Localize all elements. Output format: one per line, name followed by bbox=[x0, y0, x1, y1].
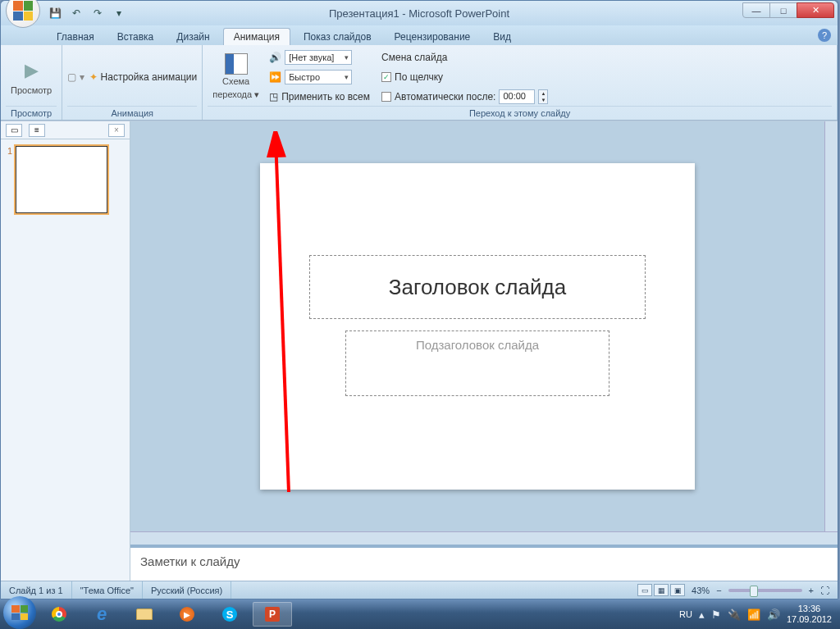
system-tray: RU ▴ ⚑ 🔌 📶 🔊 13:36 17.09.2012 bbox=[679, 604, 837, 625]
normal-view-icon[interactable]: ▭ bbox=[637, 584, 652, 596]
auto-after-checkbox[interactable] bbox=[381, 92, 391, 102]
status-slide-count: Слайд 1 из 1 bbox=[1, 581, 72, 599]
windows-logo-icon bbox=[11, 605, 28, 620]
taskbar: e ▶ S P RU ▴ ⚑ 🔌 📶 🔊 13:36 17.09.2012 bbox=[0, 599, 840, 629]
apply-to-all-button[interactable]: ◳ Применить ко всем bbox=[269, 88, 370, 106]
taskbar-powerpoint[interactable]: P bbox=[253, 602, 292, 627]
outline-tab-icon[interactable]: ≡ bbox=[29, 124, 45, 137]
sorter-view-icon[interactable]: ▦ bbox=[654, 584, 669, 596]
tab-review[interactable]: Рецензирование bbox=[385, 29, 481, 45]
slide-canvas-area[interactable]: Заголовок слайда Подзаголовок слайда bbox=[130, 121, 824, 531]
titlebar: 💾 ↶ ↷ ▾ Презентация1 - Microsoft PowerPo… bbox=[1, 1, 838, 25]
tray-time: 13:36 bbox=[787, 604, 832, 614]
maximize-button[interactable]: □ bbox=[769, 2, 797, 18]
notes-pane[interactable]: Заметки к слайду bbox=[130, 545, 838, 581]
scheme-label-1: Схема bbox=[222, 76, 249, 87]
window-controls: — □ ✕ bbox=[743, 2, 834, 18]
horizontal-scrollbar[interactable] bbox=[130, 531, 838, 545]
transition-sound-dropdown[interactable]: [Нет звука] bbox=[285, 50, 352, 65]
tab-home[interactable]: Главная bbox=[47, 29, 104, 45]
tab-insert[interactable]: Вставка bbox=[107, 29, 164, 45]
transition-options-col: 🔊 [Нет звука] ⏩ Быстро ◳ Применить ко вс… bbox=[269, 48, 370, 106]
on-click-label: По щелчку bbox=[395, 71, 443, 83]
title-placeholder[interactable]: Заголовок слайда bbox=[309, 255, 646, 319]
taskbar-skype[interactable]: S bbox=[210, 602, 249, 627]
apply-all-icon: ◳ bbox=[269, 91, 278, 103]
qat-customize-icon[interactable]: ▾ bbox=[111, 5, 127, 21]
tray-clock[interactable]: 13:36 17.09.2012 bbox=[787, 604, 832, 625]
status-theme: "Тема Office" bbox=[72, 581, 143, 599]
taskbar-explorer[interactable] bbox=[125, 602, 164, 627]
transition-scheme-button[interactable]: Схема перехода ▾ bbox=[208, 52, 264, 101]
zoom-slider[interactable] bbox=[728, 589, 802, 592]
thumbnail-preview bbox=[16, 146, 107, 213]
ribbon-tabs: Главная Вставка Дизайн Анимация Показ сл… bbox=[1, 25, 838, 45]
on-click-checkbox[interactable]: ✓ bbox=[381, 72, 391, 82]
vertical-scrollbar[interactable] bbox=[824, 121, 838, 531]
taskbar-chrome[interactable] bbox=[39, 602, 79, 627]
preview-label: Просмотр bbox=[11, 85, 52, 96]
ribbon: ▶ Просмотр Просмотр ▢ ▾ ✦ Настройка аним… bbox=[1, 45, 838, 121]
preview-icon: ▶ bbox=[18, 57, 44, 84]
tray-network-icon[interactable]: 📶 bbox=[747, 608, 760, 621]
thumbnail-pane: ▭ ≡ × 1 bbox=[1, 121, 130, 581]
tab-slideshow[interactable]: Показ слайдов bbox=[294, 29, 381, 45]
view-buttons: ▭ ▦ ▣ bbox=[637, 584, 685, 596]
advance-slide-col: Смена слайда ✓ По щелчку Автоматически п… bbox=[381, 48, 548, 106]
apply-all-label: Применить ко всем bbox=[281, 91, 370, 103]
save-icon[interactable]: 💾 bbox=[47, 5, 63, 21]
taskbar-mediaplayer[interactable]: ▶ bbox=[167, 602, 207, 627]
close-button[interactable]: ✕ bbox=[797, 2, 834, 18]
taskbar-ie[interactable]: e bbox=[82, 602, 121, 627]
tray-expand-icon[interactable]: ▴ bbox=[699, 608, 705, 621]
office-logo-icon bbox=[13, 1, 33, 21]
thumbnail-list: 1 bbox=[1, 139, 130, 220]
auto-after-time[interactable]: 00:00 bbox=[499, 89, 535, 104]
custom-animation-button[interactable]: ✦ Настройка анимации bbox=[89, 68, 198, 86]
fit-window-icon[interactable]: ⛶ bbox=[820, 586, 829, 595]
app-window: 💾 ↶ ↷ ▾ Презентация1 - Microsoft PowerPo… bbox=[0, 0, 838, 599]
auto-after-label: Автоматически после: bbox=[395, 91, 495, 103]
advance-slide-header: Смена слайда bbox=[381, 48, 548, 66]
workspace: ▭ ≡ × 1 Заголовок слайда Подзаголовок сл… bbox=[1, 121, 838, 581]
slide-editor: Заголовок слайда Подзаголовок слайда Зам… bbox=[130, 121, 838, 581]
slides-tab-icon[interactable]: ▭ bbox=[6, 124, 22, 137]
slide: Заголовок слайда Подзаголовок слайда bbox=[260, 163, 695, 490]
tray-flag-icon[interactable]: ⚑ bbox=[711, 608, 721, 621]
group-transition: Схема перехода ▾ 🔊 [Нет звука] ⏩ Быстро … bbox=[203, 45, 838, 120]
tab-animation[interactable]: Анимация bbox=[223, 28, 290, 45]
thumbnail-item[interactable]: 1 bbox=[7, 146, 123, 213]
time-spinner[interactable]: ▲▼ bbox=[538, 89, 548, 104]
transition-speed-dropdown[interactable]: Быстро bbox=[285, 70, 352, 84]
start-button[interactable] bbox=[3, 596, 36, 629]
tray-volume-icon[interactable]: 🔊 bbox=[767, 608, 780, 621]
animate-dropdown[interactable]: ▢ ▾ bbox=[67, 68, 84, 86]
thumbnail-close-button[interactable]: × bbox=[108, 124, 125, 137]
group-preview-label: Просмотр bbox=[6, 106, 57, 120]
zoom-percent[interactable]: 43% bbox=[692, 586, 710, 595]
tray-power-icon[interactable]: 🔌 bbox=[728, 608, 741, 621]
status-bar: Слайд 1 из 1 "Тема Office" Русский (Росс… bbox=[1, 581, 838, 599]
tab-view[interactable]: Вид bbox=[483, 29, 521, 45]
scheme-label-2: перехода ▾ bbox=[212, 89, 259, 100]
speed-icon: ⏩ bbox=[269, 71, 281, 83]
subtitle-placeholder[interactable]: Подзаголовок слайда bbox=[345, 330, 609, 396]
minimize-button[interactable]: — bbox=[742, 2, 770, 18]
undo-icon[interactable]: ↶ bbox=[68, 5, 84, 21]
zoom-in-button[interactable]: + bbox=[809, 586, 814, 595]
office-button[interactable] bbox=[6, 0, 40, 28]
tray-lang[interactable]: RU bbox=[679, 609, 692, 619]
group-animation-label: Анимация bbox=[67, 106, 197, 120]
transition-scheme-icon bbox=[225, 53, 248, 75]
zoom-out-button[interactable]: − bbox=[716, 586, 721, 595]
thumbnail-number: 1 bbox=[7, 146, 12, 213]
group-transition-label: Переход к этому слайду bbox=[208, 106, 832, 120]
redo-icon[interactable]: ↷ bbox=[89, 5, 106, 21]
sound-icon: 🔊 bbox=[269, 52, 281, 63]
help-icon[interactable]: ? bbox=[818, 29, 831, 42]
preview-button[interactable]: ▶ Просмотр bbox=[6, 56, 57, 98]
slideshow-view-icon[interactable]: ▣ bbox=[670, 584, 685, 596]
group-preview: ▶ Просмотр Просмотр bbox=[1, 45, 62, 120]
status-language[interactable]: Русский (Россия) bbox=[143, 581, 231, 599]
tab-design[interactable]: Дизайн bbox=[167, 29, 219, 45]
